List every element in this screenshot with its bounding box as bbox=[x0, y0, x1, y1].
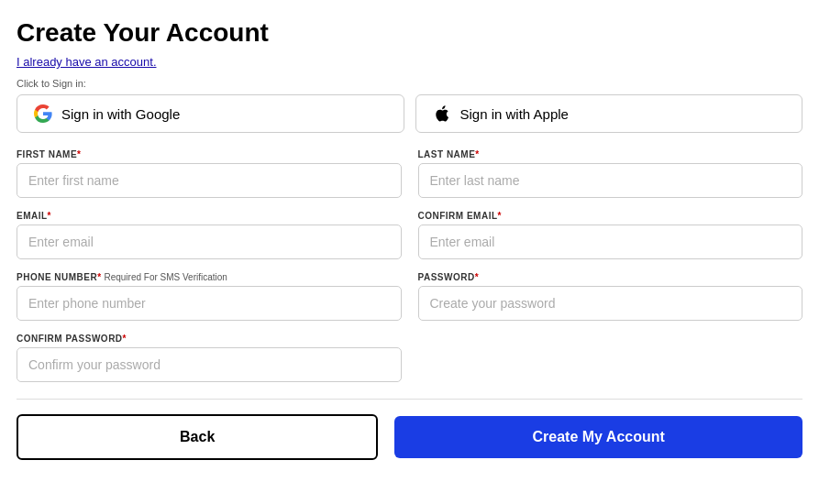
apple-signin-button[interactable]: Sign in with Apple bbox=[415, 94, 803, 133]
phone-input[interactable] bbox=[17, 286, 402, 321]
google-signin-button[interactable]: Sign in with Google bbox=[17, 94, 404, 133]
phone-label: PHONE NUMBER* Required For SMS Verificat… bbox=[17, 272, 402, 282]
click-to-signin-label: Click to Sign in: bbox=[17, 78, 802, 89]
phone-password-row: PHONE NUMBER* Required For SMS Verificat… bbox=[17, 272, 802, 321]
confirm-password-label: CONFIRM PASSWORD* bbox=[17, 334, 402, 344]
last-name-label: LAST NAME* bbox=[418, 149, 803, 159]
email-input[interactable] bbox=[17, 225, 402, 259]
signin-link[interactable]: I already have an account. bbox=[17, 55, 157, 69]
confirm-password-row: CONFIRM PASSWORD* bbox=[17, 334, 802, 382]
create-account-button[interactable]: Create My Account bbox=[394, 416, 802, 458]
phone-group: PHONE NUMBER* Required For SMS Verificat… bbox=[17, 272, 402, 321]
first-name-group: FIRST NAME* bbox=[17, 149, 402, 198]
empty-spacer bbox=[418, 334, 803, 382]
apple-icon bbox=[433, 104, 451, 123]
confirm-password-input[interactable] bbox=[17, 347, 402, 382]
first-name-input[interactable] bbox=[17, 163, 402, 198]
email-row: EMAIL* CONFIRM EMAIL* bbox=[17, 211, 802, 259]
password-group: PASSWORD* bbox=[418, 272, 803, 321]
last-name-input[interactable] bbox=[418, 163, 803, 198]
divider bbox=[17, 399, 802, 400]
bottom-buttons: Back Create My Account bbox=[17, 414, 802, 460]
apple-signin-label: Sign in with Apple bbox=[460, 106, 569, 122]
confirm-password-group: CONFIRM PASSWORD* bbox=[17, 334, 402, 382]
google-icon bbox=[34, 104, 52, 123]
page-title: Create Your Account bbox=[17, 18, 802, 48]
email-group: EMAIL* bbox=[17, 211, 402, 259]
back-button[interactable]: Back bbox=[17, 414, 378, 460]
first-name-label: FIRST NAME* bbox=[17, 149, 402, 159]
email-label: EMAIL* bbox=[17, 211, 402, 221]
confirm-email-label: CONFIRM EMAIL* bbox=[418, 211, 803, 221]
password-input[interactable] bbox=[418, 286, 803, 321]
last-name-group: LAST NAME* bbox=[418, 149, 803, 198]
confirm-email-input[interactable] bbox=[418, 225, 803, 259]
password-label: PASSWORD* bbox=[418, 272, 803, 282]
confirm-email-group: CONFIRM EMAIL* bbox=[418, 211, 803, 259]
google-signin-label: Sign in with Google bbox=[61, 106, 180, 122]
name-row: FIRST NAME* LAST NAME* bbox=[17, 149, 802, 198]
social-buttons-container: Sign in with Google Sign in with Apple bbox=[17, 94, 802, 133]
